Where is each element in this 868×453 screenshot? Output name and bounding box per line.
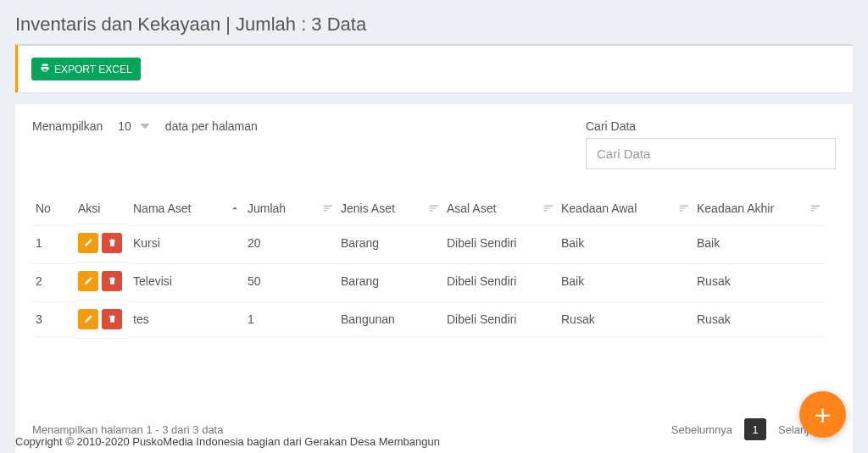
- cell-jenis-aset: Bangunan: [337, 301, 443, 337]
- copyright: Copyright © 2010-2020 PuskoMedia Indones…: [15, 435, 440, 448]
- delete-button[interactable]: [102, 233, 122, 253]
- cell-no: 2: [32, 263, 75, 299]
- trash-icon: [108, 237, 117, 250]
- table-info: Menampilkan halaman 1 - 3 dari 3 data: [32, 423, 223, 436]
- search-input[interactable]: [586, 138, 836, 169]
- edit-button[interactable]: [78, 309, 98, 329]
- cell-nama-aset: Televisi: [130, 263, 244, 299]
- per-page-suffix: data per halaman: [165, 119, 258, 133]
- delete-button[interactable]: [102, 271, 122, 291]
- current-page[interactable]: 1: [744, 418, 766, 440]
- page-title: Inventaris dan Kekayaan | Jumlah : 3 Dat…: [0, 0, 868, 44]
- trash-icon: [108, 313, 117, 326]
- sort-icon: [810, 202, 821, 214]
- delete-button[interactable]: [102, 309, 122, 329]
- sort-icon: [678, 202, 690, 214]
- cell-no: 1: [32, 225, 75, 261]
- cell-aksi: [75, 300, 130, 339]
- sort-icon: [542, 202, 554, 214]
- print-icon: [40, 63, 50, 75]
- col-asal-aset[interactable]: Asal Aset: [443, 193, 558, 224]
- col-jenis-aset[interactable]: Jenis Aset: [337, 193, 443, 224]
- cell-aksi: [75, 224, 130, 262]
- search-label: Cari Data: [586, 119, 836, 133]
- cell-nama-aset: tes: [130, 301, 244, 337]
- cell-asal-aset: Dibeli Sendiri: [443, 225, 558, 261]
- pencil-icon: [84, 237, 93, 250]
- per-page-value: 10: [118, 119, 131, 133]
- cell-keadaan-awal: Baik: [558, 225, 693, 261]
- col-aksi: Aksi: [75, 193, 130, 224]
- cell-keadaan-akhir: Rusak: [693, 301, 825, 337]
- pencil-icon: [84, 313, 93, 326]
- cell-jumlah: 1: [244, 301, 337, 337]
- col-keadaan-akhir[interactable]: Keadaan Akhir: [693, 193, 825, 224]
- cell-nama-aset: Kursi: [130, 225, 244, 261]
- cell-jumlah: 20: [244, 225, 337, 261]
- chevron-down-icon: [140, 124, 150, 129]
- cell-keadaan-akhir: Rusak: [693, 263, 825, 299]
- cell-no: 3: [32, 301, 75, 337]
- cell-jenis-aset: Barang: [337, 225, 443, 261]
- prev-page[interactable]: Sebelumnya: [671, 423, 732, 436]
- export-excel-label: EXPORT EXCEL: [54, 64, 132, 75]
- plus-icon: +: [815, 401, 832, 429]
- cell-asal-aset: Dibeli Sendiri: [443, 263, 558, 299]
- table-controls: Menampilkan 10 data per halaman Cari Dat…: [32, 119, 836, 169]
- content-panel: Menampilkan 10 data per halaman Cari Dat…: [15, 104, 853, 453]
- trash-icon: [108, 275, 117, 288]
- cell-keadaan-akhir: Baik: [693, 225, 825, 261]
- col-no: No: [32, 193, 75, 224]
- cell-asal-aset: Dibeli Sendiri: [443, 301, 558, 337]
- cell-jenis-aset: Barang: [337, 263, 443, 299]
- assets-table: No Aksi Nama Aset Jumlah Jenis Aset Asal…: [32, 193, 836, 339]
- sort-icon: [322, 202, 334, 214]
- per-page-select[interactable]: 10: [114, 119, 153, 133]
- cell-aksi: [75, 262, 130, 300]
- export-panel: EXPORT EXCEL: [15, 44, 853, 92]
- sort-asc-icon: [229, 202, 241, 214]
- edit-button[interactable]: [78, 271, 98, 291]
- sort-icon: [428, 202, 440, 214]
- col-nama-aset[interactable]: Nama Aset: [130, 193, 244, 224]
- col-jumlah[interactable]: Jumlah: [244, 193, 337, 224]
- edit-button[interactable]: [78, 233, 98, 253]
- cell-jumlah: 50: [244, 263, 337, 299]
- cell-keadaan-awal: Rusak: [558, 301, 693, 337]
- col-keadaan-awal[interactable]: Keadaan Awal: [558, 193, 693, 224]
- add-button[interactable]: +: [799, 391, 846, 438]
- cell-keadaan-awal: Baik: [558, 263, 693, 299]
- export-excel-button[interactable]: EXPORT EXCEL: [31, 58, 141, 80]
- pencil-icon: [84, 275, 93, 288]
- per-page-prefix: Menampilkan: [32, 119, 103, 133]
